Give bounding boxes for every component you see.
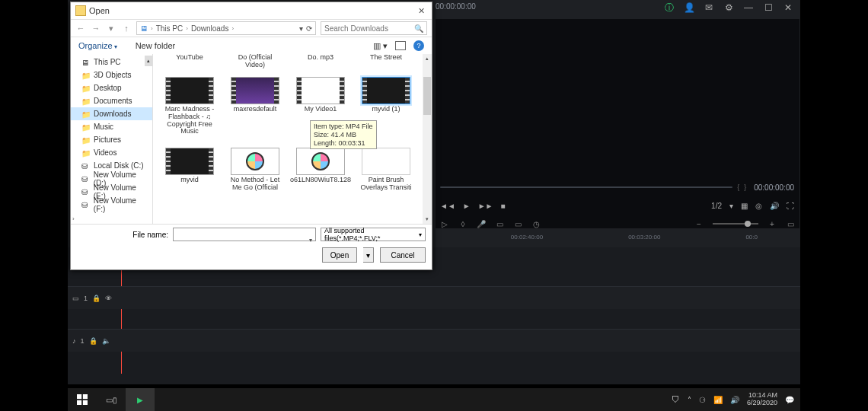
playback-scrubber[interactable]: { } 00:00:00:00 xyxy=(440,183,794,192)
clock-icon[interactable]: ◷ xyxy=(531,219,541,228)
mark-in-icon[interactable]: { xyxy=(737,183,739,191)
quality-icon[interactable]: ▦ xyxy=(741,202,748,210)
start-button[interactable] xyxy=(68,388,97,411)
network-icon[interactable]: ⚆ xyxy=(699,396,706,404)
file-item[interactable]: Do (Official Video) xyxy=(228,54,282,69)
tree-item-new-volume-f-[interactable]: ⛁New Volume (F:) xyxy=(71,198,152,211)
task-view-button[interactable]: ▭▯ xyxy=(97,388,126,411)
fit-icon[interactable]: ▭ xyxy=(786,219,795,228)
settings-icon[interactable]: ⚙ xyxy=(723,2,735,14)
frame-icon[interactable]: ▭ xyxy=(495,219,504,228)
file-name-input[interactable] xyxy=(177,228,312,237)
file-item[interactable]: YouTube xyxy=(162,54,217,69)
folder-icon xyxy=(75,5,86,16)
volume-tray-icon[interactable]: 🔊 xyxy=(730,396,739,404)
mail-icon[interactable]: ✉ xyxy=(703,2,715,14)
tree-item-downloads[interactable]: 📁Downloads xyxy=(71,107,152,120)
lock-icon[interactable]: 🔒 xyxy=(92,295,101,302)
help-icon[interactable]: ⓘ xyxy=(663,2,675,14)
scroll-up-icon[interactable]: ▴ xyxy=(423,54,432,63)
notifications-icon[interactable]: 💬 xyxy=(785,396,794,404)
organize-menu[interactable]: Organize▾ xyxy=(78,41,117,50)
file-item[interactable]: maxresdefault xyxy=(228,77,282,136)
tree-scroll-up[interactable]: ▴ xyxy=(145,56,152,66)
mic-icon[interactable]: 🎤 xyxy=(477,219,486,228)
file-name-input-wrap[interactable]: ▾ xyxy=(173,228,316,241)
close-dialog-icon[interactable]: ✕ xyxy=(415,5,427,17)
chevron-down-icon[interactable]: ▾ xyxy=(106,23,116,33)
file-list[interactable]: YouTubeDo (Official Video)Do. mp3The Str… xyxy=(153,54,432,224)
breadcrumb-root[interactable]: This PC xyxy=(156,24,183,33)
search-icon[interactable]: 🔍 xyxy=(414,24,423,33)
file-item[interactable]: Do. mp3 xyxy=(293,54,348,69)
dialog-titlebar[interactable]: Open ✕ xyxy=(71,2,432,19)
marker-icon[interactable]: ◊ xyxy=(458,219,468,228)
file-item[interactable]: Marc Madness - Flashback - ♫ Copyright F… xyxy=(162,77,217,136)
app-taskbar-icon[interactable]: ▶ xyxy=(126,388,155,411)
prev-frame-icon[interactable]: ◄◄ xyxy=(440,202,455,210)
zoom-slider[interactable] xyxy=(713,223,758,225)
tree-expand-icon[interactable]: › xyxy=(72,215,75,222)
lock-icon[interactable]: 🔒 xyxy=(89,337,97,345)
filename-dropdown-icon[interactable]: ▾ xyxy=(309,237,312,244)
file-item[interactable]: Paint Brush Overlays Transiti xyxy=(359,148,413,193)
up-icon[interactable]: ↑ xyxy=(121,23,132,33)
search-box[interactable]: 🔍 xyxy=(321,21,427,35)
preview-pane xyxy=(436,19,799,228)
scroll-down-icon[interactable]: ▾ xyxy=(423,215,432,224)
breadcrumb-dropdown-icon[interactable]: ▾ xyxy=(299,24,303,33)
taskbar[interactable]: ▭▯ ▶ ⛉ ˄ ⚆ 📶 🔊 10:14 AM 6/29/2020 💬 xyxy=(68,388,800,411)
chevron-down-icon[interactable]: ▾ xyxy=(729,202,733,210)
camera-icon[interactable]: ▭ xyxy=(513,219,522,228)
file-item[interactable]: o61LN80WiuT8.128 xyxy=(293,148,348,193)
snapshot-icon[interactable]: ◎ xyxy=(755,202,762,210)
refresh-icon[interactable]: ⟳ xyxy=(306,24,312,33)
search-input[interactable] xyxy=(324,24,414,33)
chevron-down-icon[interactable]: ▾ xyxy=(419,231,422,238)
breadcrumb-folder[interactable]: Downloads xyxy=(191,24,228,33)
clock[interactable]: 10:14 AM 6/29/2020 xyxy=(747,392,777,407)
file-scrollbar[interactable]: ▴ ▾ xyxy=(423,54,432,224)
maximize-icon[interactable]: ☐ xyxy=(762,2,774,14)
play-tl-icon[interactable]: ▷ xyxy=(440,219,449,228)
open-dropdown-button[interactable]: ▾ xyxy=(363,247,374,263)
help-icon[interactable]: ? xyxy=(413,40,424,51)
wifi-icon[interactable]: 📶 xyxy=(713,396,723,404)
tree-item-documents[interactable]: 📁Documents xyxy=(71,94,152,107)
file-item[interactable]: The Street xyxy=(359,54,413,69)
volume-icon[interactable]: 🔊 xyxy=(770,202,779,210)
minimize-icon[interactable]: — xyxy=(742,2,755,14)
stop-icon[interactable]: ■ xyxy=(501,202,506,210)
zoom-level[interactable]: 1/2 xyxy=(711,202,722,210)
folder-icon: 📁 xyxy=(81,72,91,79)
play-icon[interactable]: ► xyxy=(463,202,471,210)
next-frame-icon[interactable]: ►► xyxy=(478,202,493,210)
zoom-out-icon[interactable]: − xyxy=(694,219,704,228)
preview-pane-icon[interactable] xyxy=(395,41,406,50)
zoom-in-icon[interactable]: + xyxy=(767,219,777,228)
cancel-button[interactable]: Cancel xyxy=(380,247,426,263)
new-folder-button[interactable]: New folder xyxy=(136,41,176,50)
mute-icon[interactable]: 🔈 xyxy=(102,337,110,345)
mark-out-icon[interactable]: } xyxy=(744,183,746,191)
open-button[interactable]: Open xyxy=(322,247,357,263)
tree-item-desktop[interactable]: 📁Desktop xyxy=(71,81,152,94)
back-icon[interactable]: ← xyxy=(75,23,86,33)
people-icon[interactable]: ⛉ xyxy=(672,395,680,404)
tree-item-pictures[interactable]: 📁Pictures xyxy=(71,133,152,146)
tree-item-3d-objects[interactable]: 📁3D Objects xyxy=(71,68,152,81)
tray-expand-icon[interactable]: ˄ xyxy=(688,396,691,404)
tree-item-music[interactable]: 📁Music xyxy=(71,120,152,133)
tree-item-this-pc[interactable]: 🖥This PC xyxy=(71,56,152,68)
file-type-select[interactable]: All supported files(*.MP4;*.FLV;* ▾ xyxy=(321,228,426,241)
close-app-icon[interactable]: ✕ xyxy=(782,2,794,14)
forward-icon[interactable]: → xyxy=(91,23,101,33)
fullscreen-icon[interactable]: ⛶ xyxy=(787,202,794,210)
tree-item-videos[interactable]: 📁Videos xyxy=(71,146,152,159)
breadcrumb[interactable]: 🖥 › This PC › Downloads › ▾ ⟳ xyxy=(136,21,316,35)
user-icon[interactable]: 👤 xyxy=(683,2,695,14)
file-item[interactable]: myvid xyxy=(162,148,217,193)
eye-icon[interactable]: 👁 xyxy=(105,295,112,302)
file-item[interactable]: No Method - Let Me Go (Official xyxy=(228,148,282,193)
view-mode-icon[interactable]: ▥ ▾ xyxy=(373,41,388,51)
